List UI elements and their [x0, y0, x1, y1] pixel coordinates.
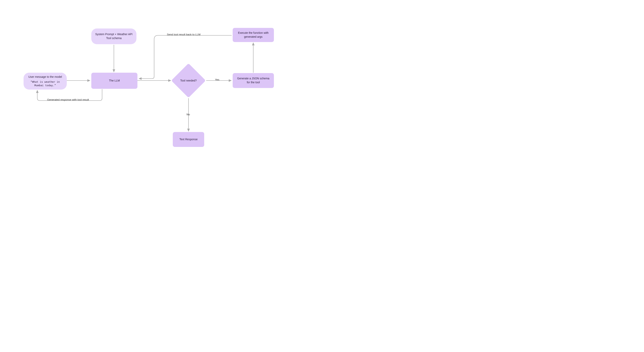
node-text-response: Text Response [173, 132, 204, 147]
node-tool-needed: Tool needed? [176, 68, 201, 93]
execute-function-text: Execute the function with generated args [236, 31, 270, 39]
system-prompt-text: System Prompt + Weather API Tool schema [95, 33, 133, 40]
node-execute-function: Execute the function with generated args [233, 28, 274, 42]
text-response-text: Text Response [180, 138, 198, 141]
llm-text: The LLM [109, 79, 120, 83]
user-message-title: User message to the model [28, 75, 62, 79]
edge-label-no: No [186, 113, 190, 116]
node-llm: The LLM [91, 73, 138, 89]
edge-label-yes: Yes [215, 78, 219, 81]
node-user-message: User message to the model “What is weath… [24, 73, 67, 90]
edge-label-send-tool-result: Send tool result back to LLM [167, 33, 200, 36]
generate-json-text: Generate a JSON schema for the tool [236, 77, 270, 84]
user-message-example: “What is weather in Mumbai today.” [27, 80, 63, 87]
node-system-prompt: System Prompt + Weather API Tool schema [91, 29, 136, 44]
node-generate-json: Generate a JSON schema for the tool [233, 73, 274, 88]
edge-label-generated-response: Generated response with tool result [47, 98, 89, 101]
tool-needed-text: Tool needed? [180, 79, 197, 82]
